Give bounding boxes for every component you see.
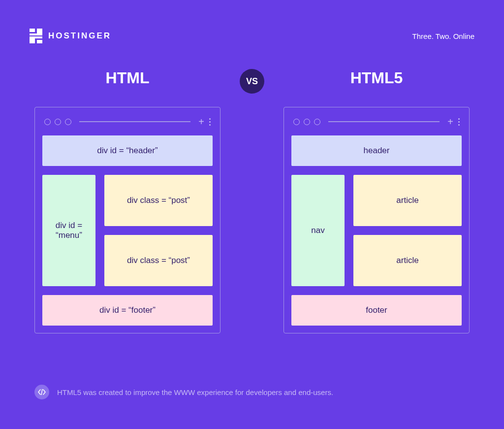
nav-block: nav [291,175,345,286]
right-column: HTML5 + header nav arti [284,69,470,333]
address-bar-line [79,121,190,122]
brand-tagline: Three. Two. Online [412,32,474,40]
header-block: header [291,135,462,166]
post-block-2: div class = “post” [104,235,213,286]
middle-row: div id = “menu” div class = “post” div c… [42,175,213,286]
header-block: div id = “header” [42,135,213,166]
footer-block: footer [291,295,462,326]
traffic-lights-icon [293,119,320,125]
brand-logo: HOSTINGER [30,29,111,43]
footer-block: div id = “footer” [42,295,213,326]
posts-column: div class = “post” div class = “post” [104,175,213,286]
browser-chrome: + [42,115,213,135]
more-dots-icon [458,118,460,126]
browser-controls: + [447,117,460,127]
more-dots-icon [209,118,211,126]
traffic-lights-icon [44,119,71,125]
post-block-2: article [353,235,462,286]
plus-icon: + [447,117,453,127]
middle-row: nav article article [291,175,462,286]
code-icon [34,385,49,399]
nav-block: div id = “menu” [42,175,95,286]
hostinger-logo-icon [30,29,42,43]
brand-name: HOSTINGER [48,31,111,41]
top-bar: HOSTINGER Three. Two. Online [30,29,474,43]
plus-icon: + [198,117,204,127]
post-block-1: div class = “post” [104,175,213,226]
browser-chrome: + [291,115,462,135]
comparison-area: HTML + div id = “header” div id = “menu” [34,69,470,333]
left-column: HTML + div id = “header” div id = “menu” [34,69,220,333]
right-title: HTML5 [350,69,403,87]
left-title: HTML [106,69,150,87]
layout-diagram: div id = “header” div id = “menu” div cl… [42,135,213,326]
posts-column: article article [353,175,462,286]
post-block-1: article [353,175,462,226]
browser-frame-left: + div id = “header” div id = “menu” div … [34,107,220,333]
browser-controls: + [198,117,211,127]
browser-frame-right: + header nav article article footer [284,107,470,333]
caption-row: HTML5 was created to improve the WWW exp… [34,385,333,399]
layout-diagram: header nav article article footer [291,135,462,326]
address-bar-line [328,121,440,122]
caption-text: HTML5 was created to improve the WWW exp… [57,388,333,396]
